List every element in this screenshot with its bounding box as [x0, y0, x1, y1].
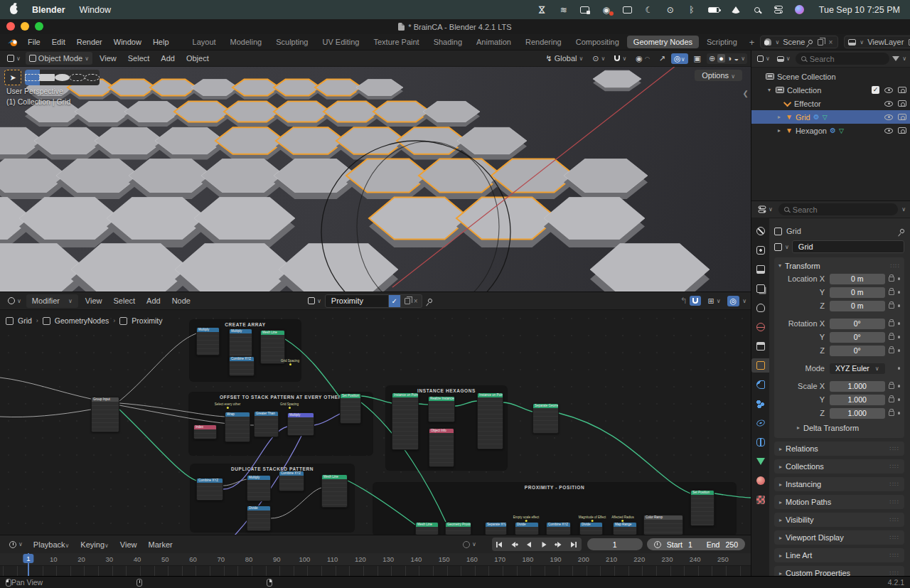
- value-field[interactable]: 1.000: [830, 395, 885, 405]
- outliner-item-label[interactable]: Scene Collection: [777, 73, 836, 81]
- editor-type-button[interactable]: ∨: [6, 538, 26, 551]
- value-field[interactable]: 0°: [830, 332, 885, 343]
- current-frame-field[interactable]: 1: [587, 538, 643, 550]
- start-frame-field[interactable]: 1: [688, 540, 692, 549]
- panel-visibility[interactable]: ▸Visibility∷∷: [774, 513, 904, 527]
- menu-render[interactable]: Render: [71, 36, 108, 48]
- unlink-node-group-icon[interactable]: ×: [412, 297, 419, 305]
- value-field[interactable]: 0 m: [830, 274, 885, 284]
- animate-dot[interactable]: [898, 291, 901, 294]
- properties-tab-view-layer[interactable]: [751, 282, 769, 296]
- jump-end-button[interactable]: [567, 538, 582, 551]
- value-field[interactable]: 0 m: [830, 301, 885, 311]
- shading-wireframe-button[interactable]: ⊕: [709, 54, 715, 63]
- select-box-tool[interactable]: [25, 70, 40, 85]
- play-button[interactable]: [537, 538, 552, 551]
- pin-icon[interactable]: [427, 298, 432, 304]
- animate-dot[interactable]: [898, 277, 901, 280]
- properties-tab-tool[interactable]: [751, 224, 769, 238]
- node-mesh-line[interactable]: Mesh Line: [415, 522, 439, 535]
- animate-dot[interactable]: [898, 322, 901, 325]
- new-scene-icon[interactable]: [818, 39, 823, 46]
- mode-dropdown[interactable]: Object Mode∨: [26, 52, 92, 65]
- properties-tab-world[interactable]: [751, 320, 769, 334]
- node-group-browse-dropdown[interactable]: ∨: [304, 294, 325, 307]
- transform-panel-header[interactable]: ▾Transform ∷∷: [778, 260, 900, 272]
- node-multiply[interactable]: Multiply: [247, 475, 271, 501]
- drag-handle[interactable]: ∷∷: [891, 262, 900, 269]
- display-mode-dropdown[interactable]: ∨: [775, 53, 793, 65]
- node-combine-xyz[interactable]: Combine XYZ: [196, 478, 223, 501]
- workspace-tab-layout[interactable]: Layout: [186, 36, 223, 48]
- hide-in-viewport-toggle[interactable]: [884, 87, 893, 93]
- disable-in-renders-toggle[interactable]: [898, 114, 906, 120]
- panel-viewport-display[interactable]: ▸Viewport Display∷∷: [774, 530, 904, 545]
- properties-editor[interactable]: ∨ Search ∨ Grid ∨ Grid: [751, 201, 910, 576]
- show-gizmo-toggle[interactable]: ↗: [655, 52, 669, 65]
- active-tool-select-box[interactable]: ➤: [4, 70, 21, 85]
- lock-icon[interactable]: [889, 384, 894, 389]
- snap-toggle[interactable]: ∨: [611, 52, 630, 65]
- value-field[interactable]: 0°: [830, 346, 885, 356]
- drag-handle[interactable]: ∷∷: [890, 445, 899, 452]
- drag-handle[interactable]: ∷∷: [890, 552, 899, 559]
- shading-material-button[interactable]: ◑: [727, 54, 732, 63]
- outliner-row-hexagon[interactable]: ▸▼Hexagon⚙▽: [751, 124, 910, 137]
- node-group-name-field[interactable]: Proximity: [325, 294, 389, 308]
- close-window-button[interactable]: [6, 22, 15, 31]
- panel-collections[interactable]: ▸Collections∷∷: [774, 459, 904, 474]
- value-field[interactable]: 1.000: [830, 381, 885, 392]
- workspace-tab-texture-paint[interactable]: Texture Paint: [367, 36, 425, 48]
- timeline-menu-view[interactable]: View: [114, 539, 143, 550]
- animate-dot[interactable]: [898, 385, 901, 387]
- proportional-edit-toggle[interactable]: ◉◠: [632, 52, 653, 65]
- bluetooth-icon[interactable]: ᛒ: [687, 5, 697, 15]
- panel-custom-properties[interactable]: ▸Custom Properties∷∷: [774, 566, 904, 576]
- lock-icon[interactable]: [889, 411, 894, 416]
- node-combine-xyz[interactable]: Combine XYZ: [279, 471, 304, 491]
- node-menu-node[interactable]: Node: [166, 295, 196, 306]
- filter-icon[interactable]: [892, 56, 899, 61]
- lock-icon[interactable]: [889, 277, 894, 282]
- filter-dropdown[interactable]: ∨: [902, 55, 906, 62]
- panel-relations[interactable]: ▸Relations∷∷: [774, 442, 904, 456]
- workspace-tab-sculpting[interactable]: Sculpting: [269, 36, 314, 48]
- select-lasso-tool[interactable]: [70, 70, 85, 85]
- node-menu-view[interactable]: View: [80, 295, 108, 306]
- play-circle-icon[interactable]: ⊙: [665, 5, 675, 15]
- outliner-row-grid[interactable]: ▸▼Grid⚙▽: [751, 110, 910, 124]
- animate-dot[interactable]: [898, 398, 901, 401]
- jump-start-button[interactable]: [492, 538, 507, 551]
- drag-handle[interactable]: ∷∷: [890, 498, 899, 506]
- workspace-tab-animation[interactable]: Animation: [470, 36, 518, 48]
- exclude-checkbox[interactable]: ✓: [872, 86, 879, 94]
- lock-icon[interactable]: [889, 290, 894, 295]
- siri-icon[interactable]: [795, 5, 804, 14]
- node-realize-instances[interactable]: Realize Instances: [428, 396, 455, 422]
- value-field[interactable]: 1.000: [830, 408, 885, 419]
- value-field[interactable]: 0 m: [830, 287, 885, 298]
- zoom-window-button[interactable]: [35, 22, 43, 31]
- show-overlays-toggle[interactable]: ◎∨: [671, 53, 687, 64]
- timeline-ruler[interactable]: 1 10203040506070809010011012013014015016…: [0, 553, 751, 576]
- window-menu[interactable]: Window: [80, 5, 111, 15]
- node-set-position[interactable]: Set Position: [690, 490, 714, 526]
- node-combine-xyz[interactable]: Combine XYZ: [229, 356, 255, 376]
- node-divide[interactable]: Divide: [579, 522, 603, 535]
- node-menu-select[interactable]: Select: [108, 295, 141, 306]
- control-center-icon[interactable]: [774, 6, 783, 14]
- menu-window[interactable]: Window: [108, 36, 147, 48]
- outliner-item-label[interactable]: Grid: [796, 113, 810, 122]
- drag-handle[interactable]: ∷∷: [890, 463, 899, 470]
- workspace-tab-rendering[interactable]: Rendering: [519, 36, 568, 48]
- properties-tab-constraints[interactable]: [751, 435, 769, 449]
- rotation-mode-select[interactable]: XYZ Euler∨: [830, 363, 885, 374]
- properties-tab-physics[interactable]: [751, 416, 769, 430]
- timeline-menu-keying[interactable]: Keying∨: [75, 539, 114, 550]
- pivot-point-dropdown[interactable]: ⊙∨: [589, 52, 609, 65]
- lock-icon[interactable]: [889, 348, 894, 353]
- go-to-parent-tree-button[interactable]: ↰: [680, 296, 687, 306]
- minimize-window-button[interactable]: [21, 22, 29, 31]
- timeline-menu-marker[interactable]: Marker: [143, 539, 178, 550]
- pin-icon[interactable]: [808, 39, 813, 45]
